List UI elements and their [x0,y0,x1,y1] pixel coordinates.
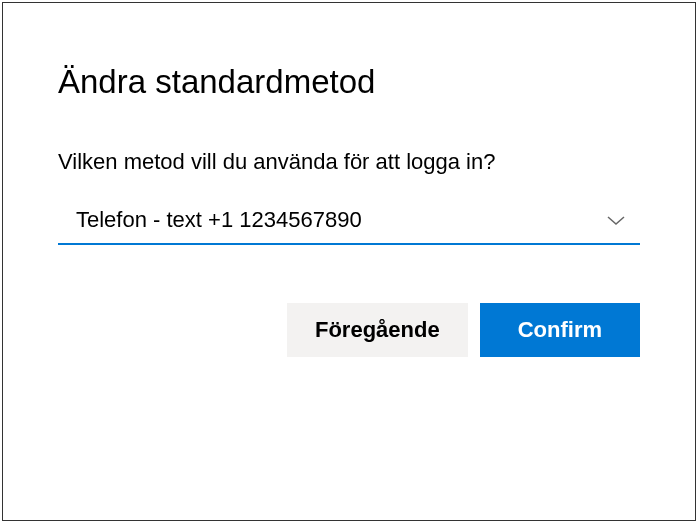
dialog-title: Ändra standardmetod [58,63,640,101]
back-button[interactable]: Föregående [287,303,468,357]
prompt-label: Vilken metod vill du använda för att log… [58,149,640,175]
button-row: Föregående Confirm [58,303,640,357]
confirm-button[interactable]: Confirm [480,303,640,357]
method-dropdown[interactable]: Telefon - text +1 1234567890 [58,197,640,245]
chevron-down-icon [606,214,626,226]
dropdown-selected-value: Telefon - text +1 1234567890 [76,207,362,233]
change-default-method-dialog: Ändra standardmetod Vilken metod vill du… [2,2,696,521]
